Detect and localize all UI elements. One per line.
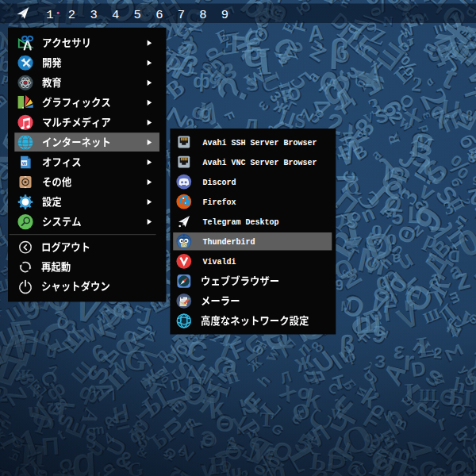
svg-text:9: 9 (221, 8, 228, 22)
svg-text:1: 1 (46, 8, 53, 22)
svg-text:Discord: Discord (203, 178, 236, 187)
svg-text:Telegram Desktop: Telegram Desktop (203, 218, 279, 227)
svg-text:2: 2 (68, 8, 75, 22)
svg-text:Vivaldi: Vivaldi (203, 258, 236, 267)
svg-text:4: 4 (112, 8, 119, 22)
svg-text:Firefox: Firefox (203, 198, 236, 207)
svg-text:7: 7 (178, 8, 185, 22)
svg-text:3: 3 (90, 8, 97, 22)
svg-text:8: 8 (199, 8, 206, 22)
svg-text:5: 5 (134, 8, 141, 22)
svg-text:Avahi SSH Server Browser: Avahi SSH Server Browser (203, 139, 317, 148)
svg-text:Thunderbird: Thunderbird (203, 238, 255, 247)
svg-text:Avahi VNC Server Browser: Avahi VNC Server Browser (203, 159, 317, 167)
svg-text:6: 6 (155, 8, 163, 22)
svg-text:W: W (22, 161, 27, 166)
